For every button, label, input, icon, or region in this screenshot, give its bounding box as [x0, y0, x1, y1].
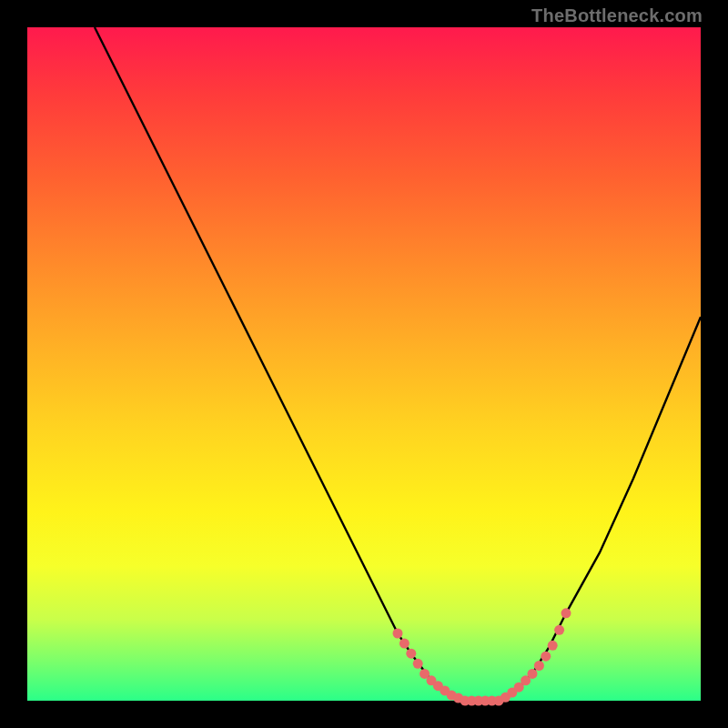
highlight-dot [534, 661, 544, 671]
bottleneck-curve [95, 27, 701, 701]
highlight-dot [393, 629, 403, 639]
curve-svg [27, 27, 701, 701]
plot-area [27, 27, 701, 701]
highlight-dot [399, 639, 410, 649]
highlight-dot [548, 641, 558, 651]
chart-frame: TheBottleneck.com [0, 0, 728, 728]
highlight-dot [541, 652, 551, 662]
watermark-text: TheBottleneck.com [531, 5, 703, 26]
highlight-dot [406, 649, 416, 659]
highlight-dot [554, 625, 564, 635]
highlight-dot [413, 659, 423, 669]
highlight-dot [561, 608, 571, 618]
highlight-dot [528, 669, 538, 679]
highlight-dots-group [393, 608, 571, 705]
